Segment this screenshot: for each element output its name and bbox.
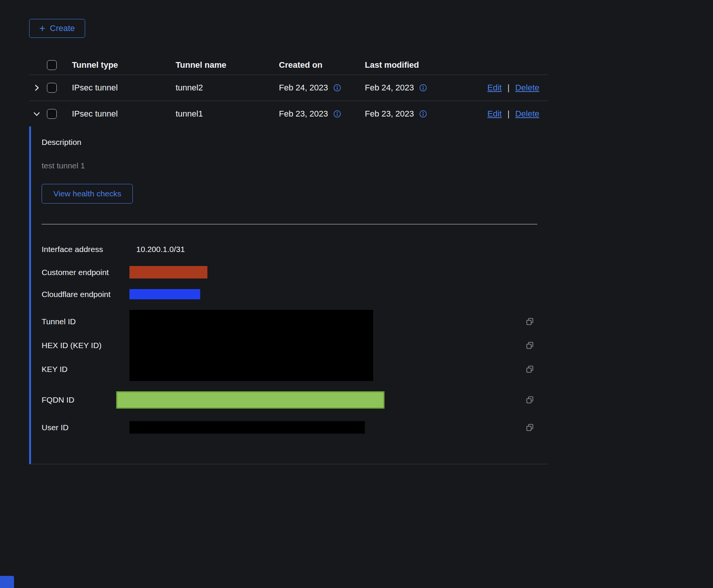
header-checkbox-cell [47,55,68,75]
field-customer-endpoint: Customer endpoint [42,266,548,278]
tunnels-page: + Create Tunnel type Tunnel name Created… [0,0,713,464]
user-id-label: User ID [42,423,129,432]
fqdn-id-redacted-value [116,391,385,409]
info-icon[interactable] [419,84,427,92]
tunnel-fields: Interface address 10.200.1.0/31 Customer… [42,242,548,434]
copy-icon[interactable] [525,395,548,404]
create-button[interactable]: + Create [29,19,85,38]
col-header-tunnel-type: Tunnel type [68,55,171,75]
tunnel-type-value: IPsec tunnel [68,75,171,101]
id-copy-column [373,310,548,381]
tunnel-ids-redacted-value [129,310,373,381]
info-icon[interactable] [333,110,341,118]
table-header-row: Tunnel type Tunnel name Created on Last … [29,55,548,75]
description-label: Description [42,138,548,147]
row-checkbox[interactable] [47,83,57,93]
create-button-label: Create [50,23,75,33]
edit-link[interactable]: Edit [487,109,502,119]
tunnel-id-label: Tunnel ID [42,310,129,334]
table-row-tunnel2: IPsec tunnel tunnel2 Feb 24, 2023 Feb 24… [29,75,548,101]
row-checkbox[interactable] [47,109,57,119]
plus-icon: + [39,23,45,34]
last-modified-value: Feb 23, 2023 [365,109,414,119]
customer-endpoint-redacted-value [129,266,207,278]
field-cloudflare-endpoint: Cloudflare endpoint [42,289,548,299]
col-header-tunnel-name: Tunnel name [171,55,275,75]
partial-bottom-left-element [0,576,14,588]
view-health-checks-button[interactable]: View health checks [42,184,133,204]
customer-endpoint-label: Customer endpoint [42,268,129,277]
col-header-last-modified: Last modified [361,55,481,75]
tunnels-table: Tunnel type Tunnel name Created on Last … [29,55,548,126]
tunnel-name-value: tunnel1 [171,101,275,126]
last-modified-value: Feb 24, 2023 [365,83,414,93]
field-group-tunnel-ids: Tunnel ID HEX ID (KEY ID) KEY ID [42,310,548,381]
table-row-tunnel1: IPsec tunnel tunnel1 Feb 23, 2023 Feb 23… [29,101,548,126]
delete-link[interactable]: Delete [515,83,539,93]
col-header-created-on: Created on [275,55,361,75]
field-interface-address: Interface address 10.200.1.0/31 [42,242,548,257]
cloudflare-endpoint-redacted-value [129,289,200,299]
chevron-right-icon[interactable] [33,84,41,92]
edit-link[interactable]: Edit [487,83,502,93]
id-labels-column: Tunnel ID HEX ID (KEY ID) KEY ID [42,310,129,381]
info-icon[interactable] [419,110,427,118]
created-on-value: Feb 24, 2023 [279,83,328,93]
tunnel-name-value: tunnel2 [171,75,275,101]
actions-separator: | [508,109,510,119]
cloudflare-endpoint-label: Cloudflare endpoint [42,290,129,299]
copy-icon[interactable] [525,341,534,350]
field-fqdn-id: FQDN ID [42,391,548,409]
user-id-redacted-value [129,421,365,434]
chevron-down-icon[interactable] [33,110,41,118]
copy-icon[interactable] [525,317,534,326]
actions-separator: | [508,83,510,93]
description-value: test tunnel 1 [42,161,548,170]
copy-icon[interactable] [525,423,548,432]
key-id-label: KEY ID [42,357,129,381]
divider [42,224,537,224]
hex-id-label: HEX ID (KEY ID) [42,334,129,358]
header-expander-cell [29,55,47,75]
delete-link[interactable]: Delete [515,109,539,119]
interface-address-label: Interface address [42,245,129,254]
field-user-id: User ID [42,421,548,434]
select-all-checkbox[interactable] [47,60,57,70]
interface-address-value: 10.200.1.0/31 [136,245,185,254]
copy-icon[interactable] [525,365,534,374]
created-on-value: Feb 23, 2023 [279,109,328,119]
tunnel1-detail-panel: Description test tunnel 1 View health ch… [29,126,548,464]
info-icon[interactable] [333,84,341,92]
header-actions-cell [481,55,548,75]
tunnel-type-value: IPsec tunnel [68,101,171,126]
